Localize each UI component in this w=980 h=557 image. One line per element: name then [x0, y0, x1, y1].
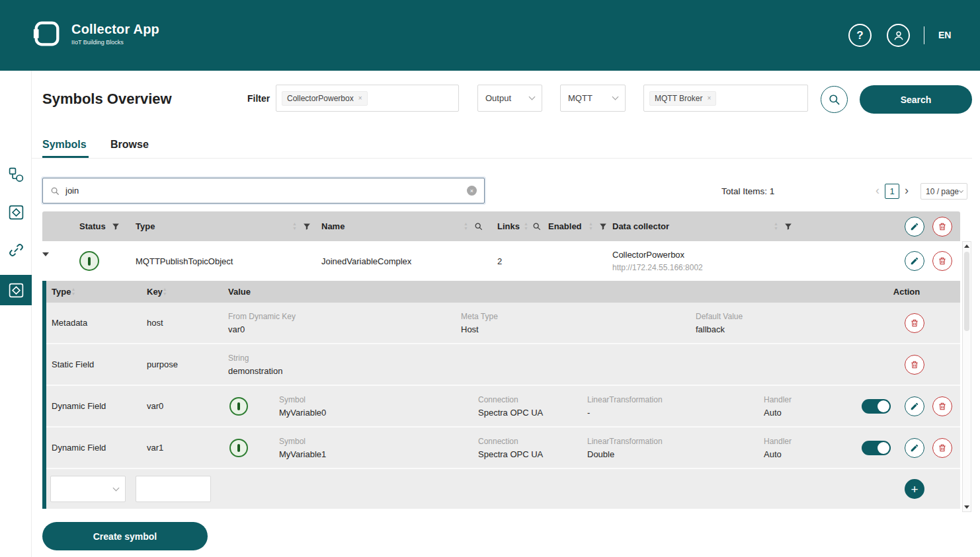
links-sort-icon[interactable]: ▲▼	[524, 222, 528, 231]
detail-row-dynamic-var0: Dynamic Field var0 Symbol MyVariable0 Co…	[46, 386, 960, 427]
search-icon	[50, 186, 60, 196]
detail-row-add-new: +	[46, 469, 960, 509]
filter-label: Filter	[247, 93, 270, 104]
field-default-value: Default Value fallback	[696, 312, 743, 334]
detail-value-column-header: Value	[225, 281, 853, 303]
sidebar	[0, 71, 32, 557]
type-filter-icon[interactable]	[303, 223, 311, 231]
detail-type-sort-icon[interactable]: ▲▼	[71, 287, 75, 296]
enabled-filter-icon[interactable]	[599, 223, 607, 231]
new-entry-key-input[interactable]	[136, 476, 211, 502]
symbol-icon	[8, 204, 24, 221]
trash-icon	[910, 360, 919, 369]
tab-strip-divider	[32, 158, 972, 159]
scroll-down-icon[interactable]	[964, 505, 969, 509]
row-actions	[831, 251, 960, 271]
detail-row-type: Dynamic Field	[46, 401, 142, 411]
field-symbol: Symbol MyVariable0	[279, 395, 326, 418]
field-linear-transformation: LinearTransformation Double	[587, 437, 663, 459]
delete-entry-button[interactable]	[905, 313, 924, 333]
detail-row-value: From Dynamic Key var0 Meta Type Host Def…	[225, 303, 853, 343]
page-size-value: 10 / page	[926, 187, 959, 196]
table-row: MQTTPublishTopicObject JoinedVariableCom…	[42, 241, 960, 281]
protocol-select[interactable]: MQTT	[560, 85, 626, 112]
symbol-detail-table: Type ▲▼ Key ▲▼ Value Action Metadata hos…	[42, 281, 960, 509]
edit-entry-button[interactable]	[905, 396, 924, 416]
scroll-up-icon[interactable]	[964, 244, 969, 248]
symbol-search-input[interactable]	[65, 186, 461, 196]
create-symbol-button[interactable]: Create symbol	[42, 522, 208, 550]
tab-browse[interactable]: Browse	[110, 139, 149, 151]
pagination-current-page[interactable]: 1	[885, 184, 899, 199]
status-filter-icon[interactable]	[112, 223, 120, 231]
header-actions	[831, 211, 960, 241]
status-ok-icon	[229, 397, 248, 416]
advanced-search-button[interactable]	[821, 86, 848, 113]
scrollbar-thumb[interactable]	[964, 252, 969, 331]
field-meta-type: Meta Type Host	[461, 312, 498, 334]
delete-entry-button[interactable]	[932, 396, 952, 416]
edit-entry-button[interactable]	[905, 438, 924, 458]
status-column-header: Status	[73, 211, 136, 241]
workflow-icon	[8, 167, 24, 183]
data-collector-sort-icon[interactable]: ▲▼	[774, 222, 778, 231]
user-account-icon[interactable]	[887, 24, 910, 47]
type-sort-icon[interactable]: ▲▼	[292, 222, 297, 231]
enabled-sort-icon[interactable]: ▲▼	[589, 222, 593, 231]
edit-symbol-button[interactable]	[905, 251, 924, 271]
add-entry-button[interactable]: +	[905, 479, 924, 499]
detail-row-key: host	[142, 318, 225, 328]
name-sort-icon[interactable]: ▲▼	[464, 222, 468, 231]
bulk-edit-button[interactable]	[905, 217, 924, 237]
chevron-down-icon	[113, 484, 120, 491]
bulk-delete-button[interactable]	[932, 217, 952, 237]
detail-row-type: Static Field	[46, 359, 142, 369]
detail-row-key: var0	[142, 401, 225, 411]
detail-key-sort-icon[interactable]: ▲▼	[163, 287, 167, 296]
collector-filter-input[interactable]: CollectorPowerbox ×	[276, 85, 459, 112]
help-icon[interactable]: ?	[848, 24, 872, 47]
delete-symbol-button[interactable]	[932, 251, 952, 271]
sidebar-item-symbols-overview-active[interactable]	[0, 275, 32, 305]
detail-row-key: var1	[142, 443, 225, 453]
collapse-row-icon[interactable]	[42, 252, 49, 266]
tab-symbols[interactable]: Symbols	[42, 139, 87, 151]
detail-row-static-field: Static Field purpose String demonstratio…	[46, 344, 960, 386]
detail-row-dynamic-var1: Dynamic Field var1 Symbol MyVariable1 Co…	[46, 427, 960, 469]
entry-enabled-toggle[interactable]	[862, 441, 891, 455]
pagination-next-icon[interactable]: ›	[905, 184, 909, 198]
delete-entry-button[interactable]	[905, 355, 924, 375]
detail-type-column-header: Type ▲▼	[46, 281, 142, 303]
entry-enabled-toggle[interactable]	[862, 399, 891, 414]
direction-select[interactable]: Output	[477, 85, 542, 112]
field-symbol: Symbol MyVariable1	[279, 437, 326, 459]
row-collector-cell: CollectorPowerbox http://172.24.55.166:8…	[612, 250, 831, 272]
name-search-icon[interactable]	[474, 222, 483, 231]
language-selector[interactable]: EN	[938, 30, 951, 40]
chip-remove-icon[interactable]: ×	[358, 94, 362, 102]
clear-search-icon[interactable]: ×	[467, 186, 477, 196]
page-size-select[interactable]: 10 / page	[920, 183, 967, 200]
sidebar-item-workflow[interactable]	[0, 159, 32, 190]
new-entry-type-select[interactable]	[50, 476, 126, 502]
detail-key-column-header: Key ▲▼	[142, 281, 225, 303]
pagination-prev-icon[interactable]: ‹	[876, 184, 879, 198]
total-items-label: Total Items: 1	[721, 186, 774, 196]
vertical-scrollbar[interactable]	[962, 241, 971, 512]
pencil-icon	[910, 222, 919, 231]
delete-entry-button[interactable]	[932, 438, 952, 458]
broker-filter-input[interactable]: MQTT Broker ×	[643, 85, 808, 112]
direction-select-value: Output	[485, 93, 511, 103]
links-search-icon[interactable]	[532, 222, 541, 231]
search-button[interactable]: Search	[860, 85, 972, 114]
status-header-label: Status	[79, 221, 106, 231]
sidebar-item-links[interactable]	[0, 235, 32, 265]
field-handler: Handler Auto	[764, 395, 792, 418]
chip-remove-icon[interactable]: ×	[707, 94, 711, 102]
detail-row-metadata: Metadata host From Dynamic Key var0 Meta…	[46, 303, 960, 344]
detail-action-column-header: Action	[853, 281, 960, 303]
symbol-search-box[interactable]: ×	[42, 178, 485, 204]
data-collector-filter-icon[interactable]	[784, 223, 792, 231]
expand-column-header	[42, 211, 73, 241]
sidebar-item-symbols[interactable]	[0, 197, 32, 227]
